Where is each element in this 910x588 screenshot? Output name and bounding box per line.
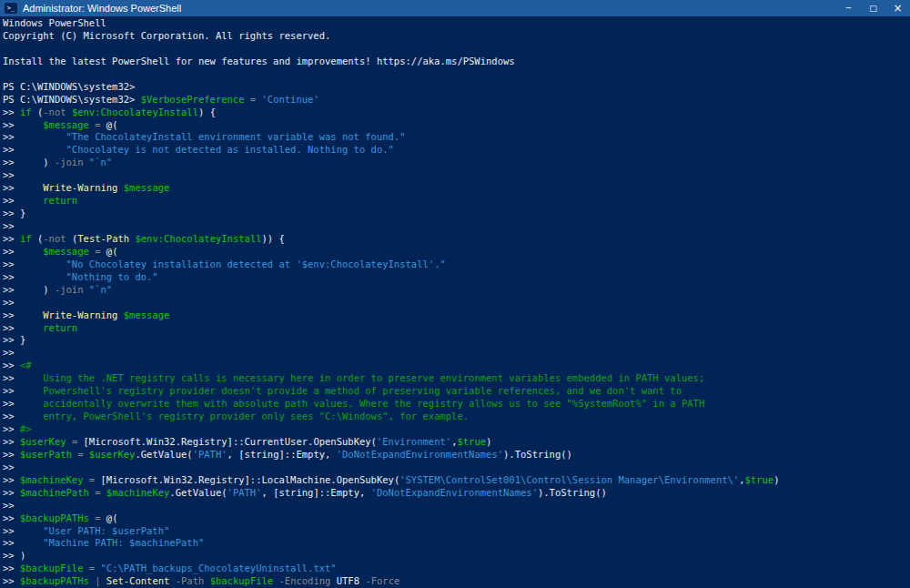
terminal-line: >> accidentally overwrite them with abso…	[3, 398, 910, 411]
terminal-line: >> #>	[3, 423, 910, 436]
terminal-line: >>	[3, 461, 910, 474]
terminal-line: Windows PowerShell	[3, 17, 910, 30]
terminal-line: >> $backupPATHs = @(	[3, 512, 910, 525]
title-bar[interactable]: >_ Administrator: Windows PowerShell ─ □…	[0, 0, 910, 16]
terminal-line: >>	[3, 220, 910, 233]
terminal-line: >> "User PATH: $userPath"	[3, 525, 910, 538]
terminal-line: >>	[3, 297, 910, 309]
terminal-line: >> <#	[3, 360, 910, 372]
terminal-line: >> $userPath = $userKey.GetValue('PATH',…	[3, 449, 910, 461]
window-title: Administrator: Windows PowerShell	[22, 3, 836, 14]
terminal-line: >> if (-not $env:ChocolateyInstall) {	[3, 106, 910, 119]
terminal-line: >> "Machine PATH: $machinePath"	[3, 537, 910, 550]
terminal-line: >> $message = @(	[3, 246, 910, 259]
terminal-line: >> Using the .NET registry calls is nece…	[3, 372, 910, 385]
terminal-line: >>	[3, 347, 910, 360]
terminal-line: >> "Nothing to do."	[3, 271, 910, 284]
terminal-line: >> ) -join "`n"	[3, 284, 910, 297]
terminal-line	[3, 68, 910, 81]
terminal-line: >> $machineKey = [Microsoft.Win32.Regist…	[3, 474, 910, 487]
terminal-line: >> "Chocolatey is not detected as instal…	[3, 144, 910, 157]
terminal-line: >> }	[3, 208, 910, 220]
terminal-line: >> Powershell's registry provider doesn'…	[3, 385, 910, 398]
terminal-line: >> $backupFile = "C:\PATH_backups_Chocol…	[3, 563, 910, 575]
terminal-line: >> }	[3, 334, 910, 347]
terminal-line: >> $message = @(	[3, 119, 910, 132]
terminal-line: >> )	[3, 550, 910, 563]
terminal-line: >> entry, PowerShell's registry provider…	[3, 411, 910, 423]
terminal-line: >> ) -join "`n"	[3, 157, 910, 169]
minimize-button[interactable]: ─	[836, 0, 861, 16]
terminal-line: >> Write-Warning $message	[3, 309, 910, 322]
terminal-line: >> $machinePath = $machineKey.GetValue('…	[3, 487, 910, 500]
terminal-line: >> return	[3, 322, 910, 335]
terminal-line: PS C:\WINDOWS\system32>	[3, 81, 910, 94]
terminal-output[interactable]: Windows PowerShellCopyright (C) Microsof…	[0, 16, 910, 588]
terminal-line: >> Write-Warning $message	[3, 182, 910, 195]
terminal-line: PS C:\WINDOWS\system32> $VerbosePreferen…	[3, 94, 910, 106]
terminal-line: >> $backupPATHs | Set-Content -Path $bac…	[3, 575, 910, 588]
terminal-line: Copyright (C) Microsoft Corporation. All…	[3, 30, 910, 43]
maximize-button[interactable]: □	[861, 0, 885, 16]
terminal-line: >>	[3, 500, 910, 512]
close-button[interactable]: ×	[885, 0, 910, 16]
terminal-line	[3, 43, 910, 56]
terminal-line: >> if (-not (Test-Path $env:ChocolateyIn…	[3, 233, 910, 246]
window-controls: ─ □ ×	[836, 0, 910, 16]
terminal-line: Install the latest PowerShell for new fe…	[3, 56, 910, 68]
powershell-icon: >_	[5, 3, 17, 14]
terminal-line: >> "No Chocolatey installation detected …	[3, 259, 910, 271]
terminal-line: >>	[3, 169, 910, 182]
terminal-line: >> $userKey = [Microsoft.Win32.Registry]…	[3, 436, 910, 449]
terminal-line: >> return	[3, 195, 910, 208]
terminal-line: >> "The ChocolateyInstall environment va…	[3, 131, 910, 144]
powershell-window: >_ Administrator: Windows PowerShell ─ □…	[0, 0, 910, 588]
